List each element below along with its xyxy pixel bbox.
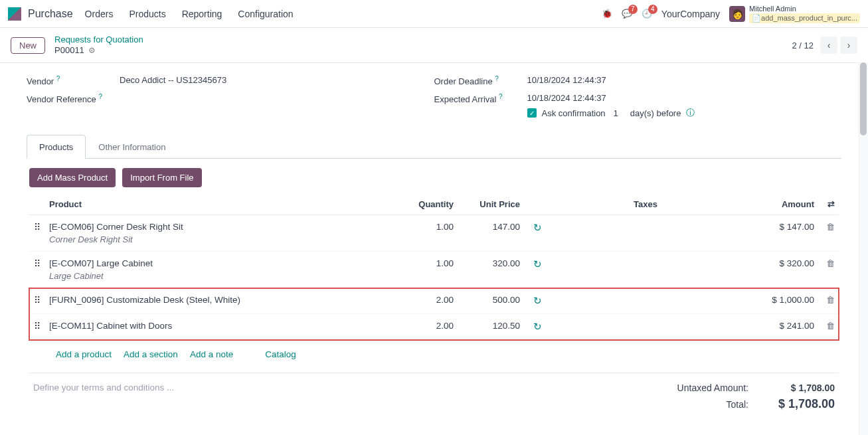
app-name[interactable]: Purchase (28, 8, 73, 20)
ask-confirmation-after: day(s) before (630, 108, 681, 118)
refresh-price-icon[interactable]: ↻ (528, 258, 542, 270)
messages-badge: 7 (628, 5, 638, 14)
avatar-icon: 🧑 (729, 6, 745, 22)
main-menu: Orders Products Reporting Configuration (85, 9, 294, 19)
product-name[interactable]: [FURN_0096] Customizable Desk (Steel, Wh… (49, 295, 394, 305)
drag-handle-icon[interactable]: ⠿ (29, 252, 45, 288)
refresh-price-icon[interactable]: ↻ (528, 222, 542, 233)
breadcrumb-current: P00011 (54, 45, 84, 56)
add-note-link[interactable]: Add a note (190, 349, 233, 359)
product-description[interactable]: Large Cabinet (49, 271, 394, 281)
amount-cell: $ 1,000.00 (745, 288, 818, 314)
import-from-file-button[interactable]: Import From File (122, 168, 201, 187)
table-row[interactable]: ⠿[E-COM11] Cabinet with Doors2.00120.50↻… (29, 314, 839, 340)
gear-icon[interactable]: ⚙ (88, 45, 96, 56)
arrival-label: Expected Arrival ? (434, 93, 527, 119)
amount-cell: $ 320.00 (745, 252, 818, 288)
scrollbar-thumb[interactable] (860, 62, 867, 135)
add-product-link[interactable]: Add a product (56, 349, 112, 359)
taxes-cell[interactable] (546, 215, 745, 252)
drag-handle-icon[interactable]: ⠿ (29, 288, 45, 314)
terms-field[interactable]: Define your terms and conditions ... (33, 383, 677, 415)
columns-adjust-icon[interactable]: ⇄ (827, 199, 835, 209)
taxes-cell[interactable] (546, 252, 745, 288)
new-button[interactable]: New (11, 37, 45, 54)
user-name: Mitchell Admin (749, 5, 860, 13)
user-menu[interactable]: 🧑 Mitchell Admin 📄add_mass_product_in_pu… (729, 5, 860, 23)
breadcrumb-parent[interactable]: Requests for Quotation (54, 35, 143, 45)
deadline-field[interactable]: 10/18/2024 12:44:37 (527, 75, 606, 86)
arrival-field[interactable]: 10/18/2024 12:44:37 (527, 93, 695, 103)
drag-handle-icon[interactable]: ⠿ (29, 314, 45, 340)
refresh-price-icon[interactable]: ↻ (528, 295, 542, 306)
total-label: Total: (727, 399, 748, 410)
debug-icon[interactable]: 🐞 (602, 9, 612, 19)
highlighted-lines: ⠿[FURN_0096] Customizable Desk (Steel, W… (29, 288, 839, 340)
untaxed-amount: $ 1,708.00 (775, 383, 835, 393)
tab-products[interactable]: Products (27, 135, 86, 159)
info-icon[interactable]: ⓘ (686, 107, 695, 119)
col-taxes[interactable]: Taxes (546, 194, 745, 215)
activities-icon[interactable]: 🕘4 (642, 9, 652, 19)
activities-badge: 4 (648, 5, 657, 14)
delete-line-icon[interactable]: 🗑 (822, 222, 835, 232)
unit-price-cell[interactable]: 320.00 (458, 252, 524, 288)
vendor-label: Vendor ? (27, 75, 120, 86)
tab-other-information[interactable]: Other Information (86, 135, 178, 159)
pager-prev-button[interactable]: ‹ (820, 37, 837, 54)
app-icon[interactable] (8, 7, 21, 21)
table-row[interactable]: ⠿[FURN_0096] Customizable Desk (Steel, W… (29, 288, 839, 314)
drag-handle-icon[interactable]: ⠿ (29, 215, 45, 252)
nav-reporting[interactable]: Reporting (182, 9, 222, 19)
help-icon[interactable]: ? (98, 93, 102, 100)
company-switcher[interactable]: YourCompany (661, 9, 720, 19)
messages-icon[interactable]: 💬7 (622, 9, 632, 19)
ask-confirmation-days[interactable]: 1 (614, 108, 618, 118)
unit-price-cell[interactable]: 147.00 (458, 215, 524, 252)
taxes-cell[interactable] (546, 288, 745, 314)
amount-cell: $ 241.00 (745, 314, 818, 340)
quantity-cell[interactable]: 2.00 (398, 288, 458, 314)
quantity-cell[interactable]: 2.00 (398, 314, 458, 340)
col-product[interactable]: Product (45, 194, 398, 215)
quantity-cell[interactable]: 1.00 (398, 215, 458, 252)
col-amount[interactable]: Amount (745, 194, 818, 215)
unit-price-cell[interactable]: 120.50 (458, 314, 524, 340)
ask-confirmation-checkbox[interactable]: ✓ (527, 108, 537, 118)
taxes-cell[interactable] (546, 314, 745, 340)
product-name[interactable]: [E-COM11] Cabinet with Doors (49, 321, 394, 331)
quantity-cell[interactable]: 1.00 (398, 252, 458, 288)
add-section-link[interactable]: Add a section (124, 349, 178, 359)
help-icon[interactable]: ? (56, 75, 60, 82)
product-description[interactable]: Corner Desk Right Sit (49, 234, 394, 244)
nav-orders[interactable]: Orders (85, 9, 114, 19)
vendor-field[interactable]: Deco Addict -- US12345673 (120, 75, 226, 86)
refresh-price-icon[interactable]: ↻ (528, 321, 542, 332)
untaxed-label: Untaxed Amount: (677, 383, 748, 393)
ask-confirmation-label: Ask confirmation (542, 108, 606, 118)
table-row[interactable]: ⠿[E-COM06] Corner Desk Right SitCorner D… (29, 215, 839, 252)
col-quantity[interactable]: Quantity (398, 194, 458, 215)
help-icon[interactable]: ? (495, 75, 499, 82)
table-row[interactable]: ⠿[E-COM07] Large CabinetLarge Cabinet1.0… (29, 252, 839, 288)
total-amount: $ 1,708.00 (775, 397, 835, 411)
product-name[interactable]: [E-COM06] Corner Desk Right Sit (49, 222, 394, 232)
product-name[interactable]: [E-COM07] Large Cabinet (49, 258, 394, 268)
help-icon[interactable]: ? (499, 93, 503, 100)
user-context-badge: 📄add_mass_product_in_purc... (749, 13, 860, 23)
catalog-link[interactable]: Catalog (265, 349, 296, 359)
unit-price-cell[interactable]: 500.00 (458, 288, 524, 314)
nav-products[interactable]: Products (129, 9, 165, 19)
add-mass-product-button[interactable]: Add Mass Product (29, 168, 116, 187)
delete-line-icon[interactable]: 🗑 (822, 295, 835, 305)
scrollbar[interactable] (859, 62, 868, 435)
deadline-label: Order Deadline ? (434, 75, 527, 86)
col-unit-price[interactable]: Unit Price (458, 194, 524, 215)
delete-line-icon[interactable]: 🗑 (822, 258, 835, 268)
amount-cell: $ 147.00 (745, 215, 818, 252)
pager-next-button[interactable]: › (840, 37, 857, 54)
delete-line-icon[interactable]: 🗑 (822, 321, 835, 331)
pager-text[interactable]: 2 / 12 (792, 41, 814, 50)
vendor-ref-label: Vendor Reference ? (27, 93, 120, 119)
nav-configuration[interactable]: Configuration (238, 9, 293, 19)
